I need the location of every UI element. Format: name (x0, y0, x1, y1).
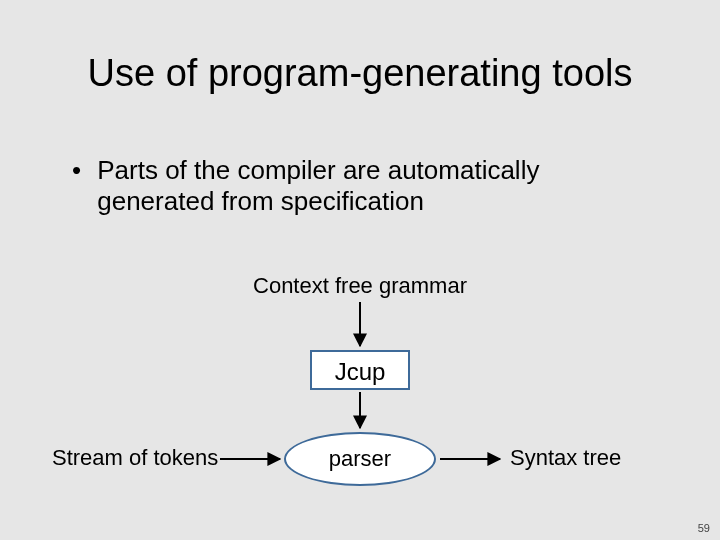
tool-box: Jcup (310, 350, 410, 390)
grammar-label: Context free grammar (0, 273, 720, 299)
bullet-item: • Parts of the compiler are automaticall… (72, 155, 672, 217)
input-label: Stream of tokens (52, 445, 218, 471)
parser-ellipse: parser (284, 432, 436, 486)
slide-title: Use of program-generating tools (0, 52, 720, 95)
bullet-dot: • (72, 155, 90, 186)
output-label: Syntax tree (510, 445, 621, 471)
page-number: 59 (698, 522, 710, 534)
bullet-text: Parts of the compiler are automatically … (97, 155, 657, 217)
